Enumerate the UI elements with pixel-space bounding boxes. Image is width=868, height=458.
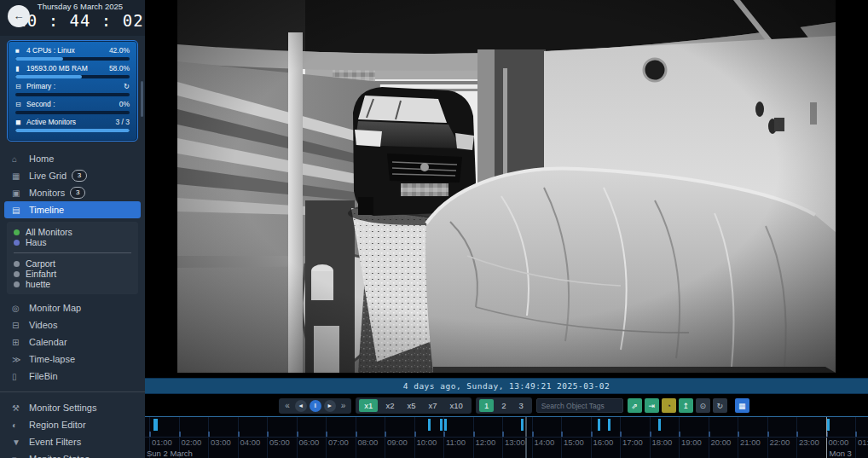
monitor-list-item[interactable]: Haus xyxy=(14,237,131,247)
sidebar-item-filebin[interactable]: ▯FileBin xyxy=(0,368,145,385)
timeline-hour-label: 13:00 xyxy=(505,438,525,447)
timeline-day-label: Sun 2 March xyxy=(147,449,193,458)
timeline-day-boundary xyxy=(826,417,827,458)
sidebar-item-event-filters[interactable]: ▼Event Filters xyxy=(0,433,145,450)
timeline-playhead[interactable] xyxy=(525,417,527,458)
stat-label: 19593.00 MB RAM xyxy=(26,64,109,72)
play-forward-button[interactable]: ► xyxy=(324,400,336,412)
sidebar-item-monitors[interactable]: ▣Monitors3 xyxy=(0,184,145,201)
monitor-name: huette xyxy=(26,279,50,289)
timeline-event-mark[interactable] xyxy=(521,419,524,431)
timeline-event-mark[interactable] xyxy=(440,419,443,431)
stat-value: ↻ xyxy=(124,82,130,90)
grid-2-button[interactable]: 2 xyxy=(496,399,511,412)
monitor-list-item[interactable]: huette xyxy=(14,279,131,289)
playback-nav-group: «◄‖►» xyxy=(279,398,351,414)
camera-video-player[interactable] xyxy=(177,0,836,373)
timeline-hour-tick xyxy=(767,432,769,438)
timeline-event-mark[interactable] xyxy=(428,419,431,431)
sidebar-item-label: Event Filters xyxy=(29,437,81,447)
stat-icon: ■ xyxy=(15,47,26,55)
speed-x5-button[interactable]: x5 xyxy=(402,399,420,412)
stat-label: 4 CPUs : Linux xyxy=(26,46,109,55)
timeline-gridline xyxy=(414,417,415,458)
playback-gauge-button[interactable]: ◔ xyxy=(662,398,676,413)
stat-row: ■4 CPUs : Linux42.0% xyxy=(15,45,130,61)
stat-line: ⊟Second :0% xyxy=(15,99,130,109)
speed-x7-button[interactable]: x7 xyxy=(424,399,443,412)
toggle-visibility-button[interactable]: ⊙ xyxy=(696,398,710,413)
next-video-button[interactable]: ⇥ xyxy=(645,398,659,413)
menu-divider xyxy=(0,391,145,392)
system-stats-panel: ■4 CPUs : Linux42.0%▮19593.00 MB RAM58.0… xyxy=(7,40,138,142)
stat-icon: ▮ xyxy=(15,65,26,72)
timeline-gridline xyxy=(709,417,709,458)
sidebar-item-videos[interactable]: ⊟Videos xyxy=(0,316,145,333)
monitor-list-item[interactable]: Einfahrt xyxy=(14,269,131,279)
speed-x1-button[interactable]: x1 xyxy=(359,399,378,412)
timeline-gridline xyxy=(356,417,356,458)
timeline-hour-label: 18:00 xyxy=(652,438,673,447)
jump-back-button[interactable]: « xyxy=(282,400,292,412)
fullscreen-button[interactable]: ⇗ xyxy=(628,398,642,413)
timeline-hour-label: 12:00 xyxy=(476,438,496,447)
stat-progress-track xyxy=(15,93,130,96)
sidebar-item-home[interactable]: ⌂Home xyxy=(0,150,145,167)
sidebar-item-calendar[interactable]: ⊞Calendar xyxy=(0,333,145,351)
search-object-tags-input[interactable] xyxy=(536,398,623,413)
monitor-list-item[interactable]: Carport xyxy=(14,258,131,269)
shinobi-timeline-app: ← Thursday 6 March 2025 20 : 44 : 02 ■4 … xyxy=(0,0,868,458)
monitor-settings-icon: ⚒ xyxy=(12,403,29,413)
timeline-hour-label: 21:00 xyxy=(740,438,761,447)
stat-value: 58.0% xyxy=(109,64,130,72)
sidebar-item-time-lapse[interactable]: ≫Time-lapse xyxy=(0,351,145,368)
sidebar-item-monitor-map[interactable]: ◎Monitor Map xyxy=(0,299,145,316)
pause-button[interactable]: ‖ xyxy=(310,400,321,412)
stat-label: Second : xyxy=(26,100,119,108)
export-button[interactable]: ↥ xyxy=(679,398,693,413)
timeline-event-mark[interactable] xyxy=(598,419,600,431)
sidebar-item-live-grid[interactable]: ▦Live Grid3 xyxy=(0,167,145,184)
speed-group: x1x2x5x7x10 xyxy=(356,397,472,414)
sidebar-item-monitor-states[interactable]: ≡Monitor States xyxy=(0,450,145,458)
play-reverse-button[interactable]: ◄ xyxy=(295,400,307,412)
timeline-gridline xyxy=(502,417,503,458)
timeline-hour-label: 14:00 xyxy=(535,438,555,447)
speed-x2-button[interactable]: x2 xyxy=(380,399,399,412)
monitor-status-dot xyxy=(14,281,20,287)
timeline-gridline xyxy=(796,417,797,458)
stat-icon: ◼ xyxy=(15,119,26,126)
timeline-hour-tick xyxy=(738,432,739,438)
grid-3-button[interactable]: 3 xyxy=(513,399,528,412)
timeline-hour-tick xyxy=(326,432,327,438)
timeline-hour-tick xyxy=(473,432,475,438)
sidebar-item-region-editor[interactable]: ◐Region Editor xyxy=(0,416,145,433)
timeline-hour-tick xyxy=(149,432,151,438)
sidebar-item-timeline[interactable]: ▤Timeline xyxy=(4,201,141,218)
speed-x10-button[interactable]: x10 xyxy=(445,399,468,412)
timeline-event-mark[interactable] xyxy=(658,419,661,431)
clock-panel: ← Thursday 6 March 2025 20 : 44 : 02 xyxy=(0,0,145,36)
timeline-hour-tick xyxy=(238,432,240,438)
timeline-track[interactable]: 01:0002:0003:0004:0005:0006:0007:0008:00… xyxy=(145,416,868,458)
grid-1-button[interactable]: 1 xyxy=(479,399,494,412)
monitor-list-item[interactable]: All Monitors xyxy=(14,227,131,237)
timeline-event-mark[interactable] xyxy=(608,419,610,431)
timeline-hour-label: 16:00 xyxy=(593,438,614,447)
timeline-event-mark[interactable] xyxy=(444,419,447,431)
timeline-hour-label: 15:00 xyxy=(564,438,584,447)
refresh-icon: ↻ xyxy=(716,402,723,410)
sidebar-item-label: Monitor Settings xyxy=(29,403,96,413)
calendar-picker-button[interactable]: ▦ xyxy=(735,398,749,413)
sidebar-scrollbar[interactable] xyxy=(141,81,143,117)
back-button[interactable]: ← xyxy=(8,5,30,27)
cctv-fisheye-scene xyxy=(177,0,836,373)
jump-forward-button[interactable]: » xyxy=(339,400,349,412)
timeline-hour-tick xyxy=(532,432,534,438)
refresh-button[interactable]: ↻ xyxy=(713,398,727,413)
timeline-event-mark[interactable] xyxy=(827,419,830,431)
timeline-event-mark[interactable] xyxy=(153,419,158,431)
timeline-hour-label: 08:00 xyxy=(358,438,379,447)
stat-progress-track xyxy=(15,75,130,78)
sidebar-item-monitor-settings[interactable]: ⚒Monitor Settings xyxy=(0,399,145,416)
